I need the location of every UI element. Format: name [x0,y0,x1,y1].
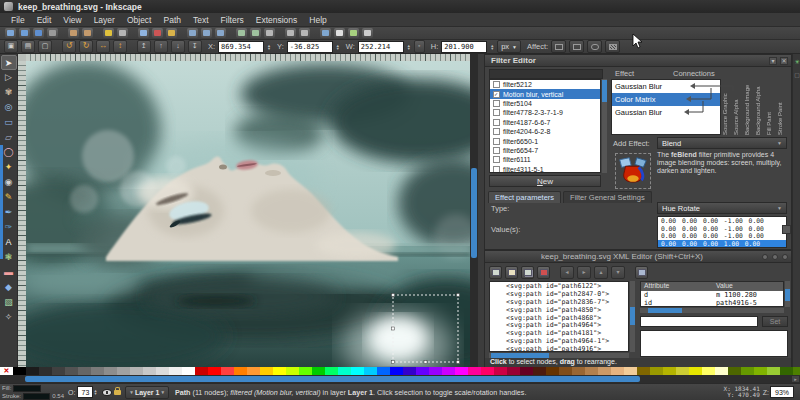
palette-none-swatch[interactable]: ✕ [0,367,13,375]
xml-node-row[interactable]: <svg:path id="path2836-7"> [490,298,628,306]
xml-node-row[interactable]: <svg:path id="path2847-0"> [490,290,628,298]
new-document-icon[interactable] [5,28,16,38]
layer-dropdown[interactable]: ▾ Layer 1 ▾ [125,386,169,399]
palette-swatch[interactable] [533,367,546,375]
matrix-row[interactable]: 0.00 0.00 0.00 -1.00 0.00 [658,232,786,240]
tab-filter-general-settings[interactable]: Filter General Settings [563,191,652,203]
xml-node-row[interactable]: <svg:path id="path6122"> [490,282,628,290]
menu-path[interactable]: Path [158,14,186,26]
tab-effect-parameters[interactable]: Effect parameters [488,191,561,203]
opacity-spinner[interactable]: ▲▼ [93,389,97,395]
import-icon[interactable] [68,28,79,38]
rotate-cw-button[interactable]: ↻ [79,40,93,53]
filter-checkbox[interactable] [493,119,500,126]
filter-list-item[interactable]: ✓Motion blur, vertical [490,89,600,98]
h-spinner[interactable]: ▲▼ [490,44,494,50]
palette-swatch[interactable] [13,367,26,375]
palette-swatch[interactable] [728,367,741,375]
matrix-expand-button[interactable] [782,225,791,234]
matrix-row[interactable]: 0.00 0.00 0.00 1.00 0.00 [658,240,786,248]
palette-swatch[interactable] [481,367,494,375]
set-attribute-button[interactable]: Set [762,316,788,327]
node-editor-tool[interactable]: ▷ [1,70,17,85]
filter-checkbox[interactable] [493,109,500,116]
menu-layer[interactable]: Layer [89,14,120,26]
palette-swatch[interactable] [234,367,247,375]
cut-icon[interactable] [152,28,163,38]
lower-to-bottom-button[interactable]: ↧ [188,40,202,53]
palette-swatch[interactable] [26,367,39,375]
filter-checkbox[interactable] [493,100,500,107]
filter-list-item[interactable]: filter4187-6-6-7 [490,118,600,127]
select-all-layers-button[interactable]: ▤ [21,40,35,53]
print-icon[interactable] [47,28,58,38]
palette-swatch[interactable] [247,367,260,375]
delete-node-icon[interactable] [537,266,550,279]
palette-swatch[interactable] [559,367,572,375]
palette-swatch[interactable] [585,367,598,375]
zoom-tool[interactable]: ◎ [1,100,17,115]
palette-swatch[interactable] [754,367,767,375]
palette-swatch[interactable] [377,367,390,375]
scroll-right-icon[interactable]: ▸ [792,376,799,382]
move-node-down-icon[interactable]: ▾ [611,266,625,279]
filter-checkbox[interactable] [493,81,500,88]
palette-swatch[interactable] [273,367,286,375]
filter-list-item[interactable]: filter4204-6-2-8 [490,127,600,136]
palette-swatch[interactable] [598,367,611,375]
palette-swatch[interactable] [169,367,182,375]
palette-swatch[interactable] [143,367,156,375]
dropper-tool[interactable]: ✧ [1,310,17,325]
opacity-input[interactable]: 73 [77,386,93,398]
scale-corners-toggle[interactable] [569,40,584,53]
paint-bucket-tool[interactable]: ◆ [1,280,17,295]
indent-node-icon[interactable]: ▸ [577,266,591,279]
palette-swatch[interactable] [663,367,676,375]
xml-node-row[interactable]: <svg:path id="path4964"> [490,321,628,329]
effect-row[interactable]: Gaussian Blur [612,106,720,119]
filter-checkbox[interactable] [493,138,500,145]
tweak-tool[interactable]: ✾ [1,85,17,100]
menu-file[interactable]: File [6,14,30,26]
snap-bbox-icon[interactable]: ▢ [793,71,800,78]
menu-filters[interactable]: Filters [216,14,249,26]
palette-swatch[interactable] [390,367,403,375]
export-icon[interactable] [82,28,93,38]
palette-swatch[interactable] [208,367,221,375]
filter-list-item[interactable]: filter5212 [490,80,600,89]
filter-list-item[interactable]: filter4778-2-3-7-1-9 [490,108,600,117]
select-all-button[interactable]: ▣ [4,40,18,53]
fill-stroke-dialog-icon[interactable] [320,28,331,38]
palette-swatch[interactable] [676,367,689,375]
selector-tool[interactable]: ➤ [1,55,17,70]
palette-swatch[interactable] [572,367,585,375]
palette-swatch[interactable] [364,367,377,375]
xml-tree-vertical-scrollbar[interactable] [630,281,635,352]
unlink-clone-icon[interactable] [264,28,275,38]
group-icon[interactable] [285,28,296,38]
palette-swatch[interactable] [767,367,780,375]
lock-ratio-icon[interactable]: ◦ [414,40,425,53]
palette-swatch[interactable] [416,367,429,375]
new-text-node-icon[interactable] [505,266,518,279]
palette-swatch[interactable] [325,367,338,375]
matrix-row[interactable]: 0.00 0.00 0.00 -1.00 0.00 [658,225,786,233]
xml-maximize-icon[interactable] [772,254,778,260]
palette-swatch[interactable] [546,367,559,375]
canvas-horizontal-scrollbar[interactable]: ▸ [0,375,800,383]
effect-row[interactable]: Color Matrix [612,93,720,106]
y-spinner[interactable]: ▲▼ [336,44,340,50]
xml-node-row[interactable]: <svg:path id="path4850"> [490,306,628,314]
palette-swatch[interactable] [520,367,533,375]
move-patterns-toggle[interactable] [605,40,620,53]
xml-minimize-icon[interactable] [762,254,768,260]
palette-swatch[interactable] [338,367,351,375]
height-input[interactable]: 201.900 [441,41,487,53]
attribute-row[interactable]: idpath4916-5 [641,299,783,307]
width-input[interactable]: 252.214 [358,41,404,53]
palette-swatch[interactable] [442,367,455,375]
node-attributes-icon[interactable] [635,266,648,279]
palette-swatch[interactable] [715,367,728,375]
filter-list-item[interactable]: filter6654-7 [490,146,600,155]
xml-close-icon[interactable] [782,254,788,260]
